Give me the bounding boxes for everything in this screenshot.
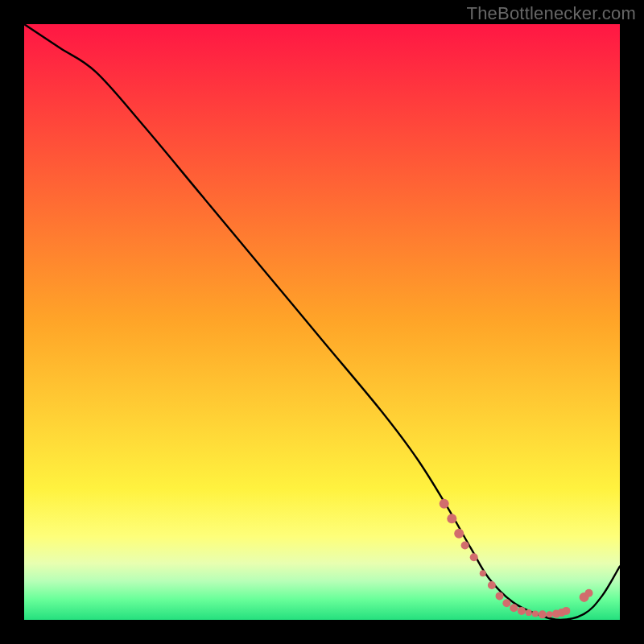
scatter-dot: [547, 611, 553, 617]
scatter-dot: [518, 607, 526, 615]
scatter-dot: [510, 604, 518, 612]
scatter-dot: [470, 553, 478, 561]
scatter-dot: [480, 570, 486, 576]
scatter-dot: [440, 499, 449, 509]
gradient-background: [24, 24, 620, 620]
watermark-text: TheBottlenecker.com: [467, 3, 636, 24]
scatter-dot: [526, 609, 532, 616]
scatter-dot: [496, 592, 504, 600]
scatter-dot: [461, 542, 469, 550]
plot-area: [24, 24, 620, 620]
chart-stage: TheBottlenecker.com: [0, 0, 644, 644]
scatter-dot: [532, 611, 539, 617]
scatter-dot: [447, 514, 456, 523]
chart-svg: [24, 24, 620, 620]
scatter-dot: [488, 581, 496, 589]
scatter-dot: [562, 607, 570, 615]
scatter-dot: [585, 589, 593, 597]
scatter-dot: [502, 599, 510, 607]
scatter-dot: [539, 610, 547, 618]
scatter-dot: [454, 529, 464, 539]
